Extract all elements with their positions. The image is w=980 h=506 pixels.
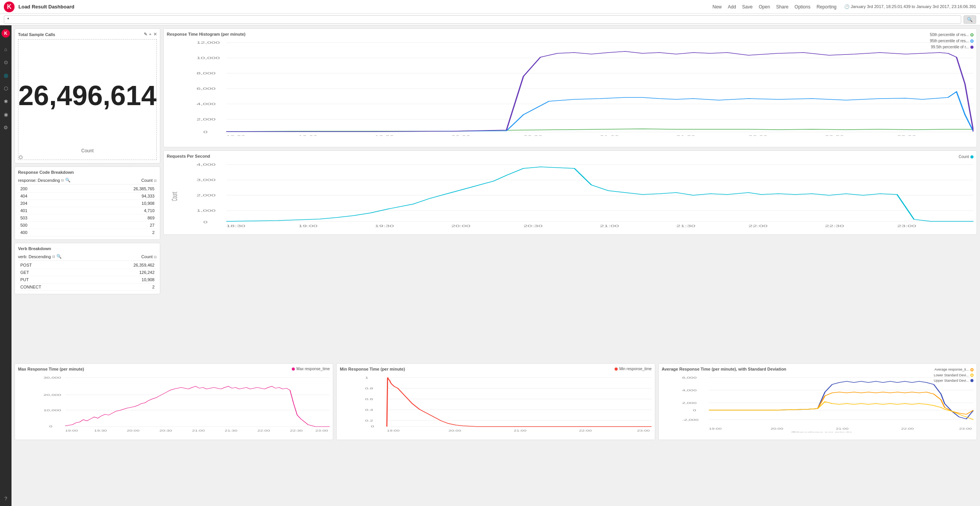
svg-text:-2,000: -2,000 [682,418,699,422]
table-row: CONNECT2 [18,283,157,291]
nav-open[interactable]: Open [759,3,770,10]
svg-text:4,000: 4,000 [682,389,697,392]
sidebar-icon-help[interactable]: ? [2,494,10,502]
svg-text:Count: Count [170,192,179,201]
avg-legend-avg-dot [970,368,973,371]
svg-text:23:00: 23:00 [959,427,972,430]
verb-sort-label[interactable]: verb: Descending ⊟ 🔍 [18,254,62,259]
response-count-header[interactable]: Count ⊟ [141,178,157,183]
avg-legend-avg: Average response_ti... [934,367,973,372]
sidebar-icon-target[interactable]: ◎ [2,71,10,79]
search-icon-response[interactable]: 🔍 [65,178,71,183]
legend-50th-label: 50th percentile of res... [930,32,969,38]
verb-cell: CONNECT [18,283,87,291]
sidebar-icon-tools[interactable]: ✱ [2,97,10,105]
svg-text:8,000: 8,000 [197,71,216,75]
verb-breakdown-panel: Verb Breakdown verb: Descending ⊟ 🔍 Coun… [15,243,160,294]
svg-text:4,000: 4,000 [197,102,216,106]
svg-text:22:30: 22:30 [290,429,303,432]
svg-text:20:00: 20:00 [451,224,470,227]
nav-items: New Add Save Open Share Options Reportin… [712,3,837,10]
histogram-legend: 50th percentile of res... 95th percentil… [930,32,973,50]
avg-response-chart: Average Response Time (per minute), with… [658,363,977,440]
close-icon[interactable]: ✕ [153,32,157,37]
max-response-legend: Max response_time [296,367,330,371]
svg-text:22:00: 22:00 [748,135,768,136]
verb-breakdown-title: Verb Breakdown [18,246,51,251]
nav-options[interactable]: Options [794,3,810,10]
search-icon-verb[interactable]: 🔍 [56,254,62,259]
svg-text:19:00: 19:00 [298,224,317,227]
panel-header-total: Total Sample Calls ✎ + ✕ [18,32,157,37]
nav-share[interactable]: Share [776,3,788,10]
rps-count-legend: Count [959,154,973,160]
max-response-svg: 30,000 20,000 10,000 0 19:00 19:30 20:00… [18,373,330,432]
svg-text:20:30: 20:30 [523,224,543,227]
svg-text:23:00: 23:00 [897,224,916,227]
sidebar: K ⌂ ⊙ ◎ ⬡ ✱ ◉ ⚙ ? [0,25,12,506]
nav-add[interactable]: Add [728,3,736,10]
avg-legend-lower-dot [970,374,973,377]
panel-controls-total: ✎ + ✕ [144,32,157,37]
response-code-table: 20026,385,76540494,33320410,9084014,7105… [18,185,157,236]
svg-text:0.6: 0.6 [365,397,373,401]
svg-text:22:00: 22:00 [579,429,592,432]
svg-text:1,000: 1,000 [197,209,216,213]
svg-text:22:00: 22:00 [257,429,270,432]
max-response-dot [292,368,295,371]
sidebar-icon-home[interactable]: ⌂ [2,45,10,53]
sidebar-icon-eye[interactable]: ◉ [2,110,10,118]
svg-text:4,000: 4,000 [197,163,216,166]
verb-table: POST26,359,462GET126,242PUT10,908CONNECT… [18,262,157,291]
sidebar-logo[interactable]: K [2,29,10,38]
svg-text:18:30: 18:30 [226,224,245,227]
sidebar-icon-search[interactable]: ⊙ [2,58,10,66]
searchbar: 🔍 [0,14,980,25]
svg-text:21:00: 21:00 [192,429,205,432]
response-code-cell: 500 [18,222,61,229]
response-count-cell: 4,710 [61,207,157,214]
edit-icon[interactable]: ✎ [144,32,147,37]
svg-text:19:00: 19:00 [387,429,400,432]
panel-title-total: Total Sample Calls [18,32,55,37]
response-code-title: Response Code Breakdown [18,170,74,175]
table-row: 503869 [18,214,157,222]
add-icon[interactable]: + [149,32,151,37]
response-sort-label[interactable]: response: Descending ⊟ 🔍 [18,178,71,183]
svg-text:21:30: 21:30 [676,224,696,227]
avg-legend-lower: Lower Standard Devi... [934,372,973,378]
svg-text:23:00: 23:00 [897,135,916,136]
legend-95th: 95th percentile of res... [930,38,973,44]
table-row: 20026,385,765 [18,185,157,193]
response-code-cell: 400 [18,229,61,236]
svg-text:22:00: 22:00 [901,427,914,430]
svg-text:20:00: 20:00 [127,429,140,432]
min-response-dot [615,368,618,371]
verb-count-cell: 10,908 [87,276,157,283]
avg-response-svg: 6,000 4,000 2,000 0 -2,000 19:00 20:00 2… [662,373,973,432]
response-code-cell: 404 [18,193,61,200]
nav-save[interactable]: Save [742,3,753,10]
svg-text:2,000: 2,000 [682,401,697,405]
response-code-panel: Response Code Breakdown response: Descen… [15,166,160,240]
response-count-cell: 10,908 [61,200,157,207]
svg-text:1: 1 [365,376,369,379]
sort-indicator-count: ⊟ [154,179,157,183]
search-input[interactable] [4,15,961,24]
min-response-title: Min Response Time (per minute) [340,367,651,371]
nav-reporting[interactable]: Reporting [817,3,837,10]
nav-new[interactable]: New [712,3,722,10]
verb-cell: PUT [18,276,87,283]
table-row: 4014,710 [18,207,157,214]
sidebar-icon-shield[interactable]: ⬡ [2,84,10,92]
svg-text:21:00: 21:00 [836,427,848,430]
app-title: Load Result Dashboard [18,4,712,10]
search-button[interactable]: 🔍 [964,15,976,24]
svg-text:20:30: 20:30 [523,135,543,136]
svg-text:19:00: 19:00 [65,429,78,432]
verb-count-header[interactable]: Count ⊟ [141,254,157,259]
response-count-cell: 869 [61,214,157,222]
svg-text:0.4: 0.4 [365,408,373,412]
svg-text:3,000: 3,000 [197,178,216,182]
sidebar-icon-gear[interactable]: ⚙ [2,124,10,131]
